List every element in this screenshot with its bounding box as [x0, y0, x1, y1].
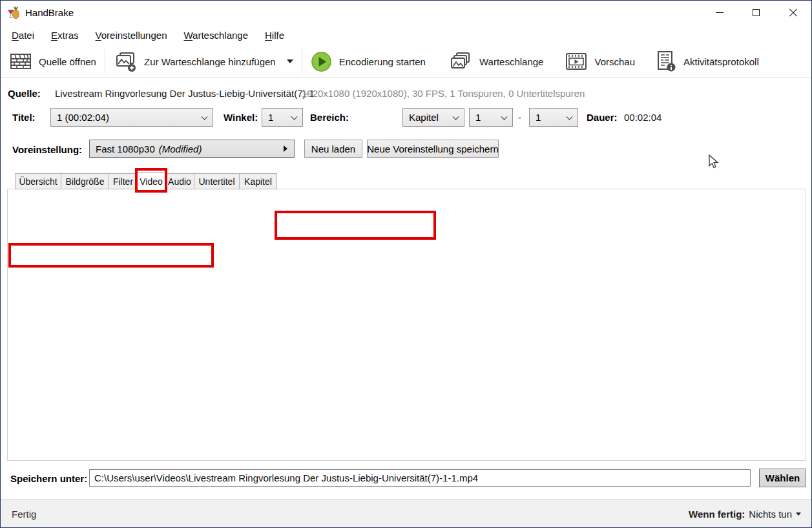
minimize-button[interactable]: [701, 1, 738, 25]
menu-warteschlange[interactable]: Warteschlange: [176, 26, 257, 44]
preset-select[interactable]: Fast 1080p30 (Modified): [89, 140, 295, 158]
chevron-down-icon[interactable]: [796, 512, 801, 516]
source-label: Quelle:: [8, 88, 41, 99]
range-end-select[interactable]: 1: [529, 108, 578, 127]
titlebar: HandBrake: [1, 1, 811, 25]
activity-log-button[interactable]: Aktivitätsprotokoll: [649, 47, 765, 76]
preset-label: Voreinstellung:: [12, 144, 82, 155]
start-encode-icon: [311, 51, 332, 72]
window-controls: [701, 1, 811, 25]
tab-untertitel[interactable]: Untertitel: [194, 173, 240, 189]
statusbar: Fertig Wenn fertig: Nichts tun: [1, 499, 811, 527]
save-as-label: Speichern unter:: [10, 473, 87, 484]
range-label: Bereich:: [310, 112, 349, 123]
close-button[interactable]: [775, 1, 811, 25]
maximize-icon: [753, 9, 760, 16]
add-to-queue-button[interactable]: Zur Warteschlange hinzufügen: [107, 47, 300, 76]
range-start-select[interactable]: 1: [469, 108, 513, 127]
angle-label: Winkel:: [224, 112, 258, 123]
range-type-select[interactable]: Kapitel: [402, 108, 464, 127]
source-value: Livestream Ringvorlesung Der Justus-Lieb…: [55, 88, 315, 99]
preset-modified-flag: (Modified): [159, 143, 202, 154]
menu-hilfe[interactable]: Hilfe: [256, 26, 293, 44]
maximize-button[interactable]: [738, 1, 775, 25]
save-preset-button[interactable]: Neue Voreinstellung speichern: [367, 140, 499, 158]
angle-select[interactable]: 1: [262, 108, 303, 127]
menu-datei[interactable]: Datei: [3, 26, 43, 44]
chevron-down-icon: [501, 113, 508, 120]
toolbar-separator: [105, 49, 105, 74]
queue-icon: [449, 51, 472, 72]
activity-log-icon: [656, 50, 676, 72]
duration-value: 00:02:04: [624, 112, 661, 123]
start-encode-button[interactable]: Encodierung starten: [304, 48, 432, 76]
chevron-down-icon: [202, 113, 208, 120]
range-separator: -: [518, 112, 521, 123]
window-title: HandBrake: [25, 7, 74, 18]
preview-icon: [565, 52, 587, 71]
toolbar-separator: [302, 49, 302, 74]
save-path-input[interactable]: [89, 469, 751, 487]
tab-video[interactable]: Video: [137, 172, 165, 190]
minimize-icon: [716, 12, 724, 13]
reload-preset-button[interactable]: Neu laden: [304, 140, 362, 158]
chevron-down-icon: [291, 113, 298, 120]
when-done-label: Wenn fertig:: [689, 509, 745, 520]
tab-filter[interactable]: Filter: [109, 173, 138, 189]
title-label: Titel:: [12, 112, 36, 123]
menu-extras[interactable]: Extras: [43, 26, 87, 44]
handbrake-window: HandBrake Datei Extras Voreinstellungen …: [0, 0, 812, 528]
mouse-cursor: [709, 154, 719, 169]
toolbar: Quelle öffnen Zur Warteschlange hinzufüg…: [1, 46, 811, 78]
tab-uebersicht[interactable]: Übersicht: [15, 173, 61, 189]
preview-button[interactable]: Vorschau: [559, 48, 641, 74]
menubar: Datei Extras Voreinstellungen Warteschla…: [1, 25, 811, 46]
menu-voreinstellungen[interactable]: Voreinstellungen: [87, 26, 176, 44]
tab-kapitel[interactable]: Kapitel: [239, 173, 277, 189]
chevron-right-icon: [284, 145, 287, 152]
video-tab-panel: [7, 189, 806, 461]
source-details: 1920x1080 (1920x1080), 30 FPS, 1 Tonspur…: [302, 88, 585, 99]
chevron-down-icon: [287, 59, 293, 63]
title-select[interactable]: 1 (00:02:04): [50, 108, 213, 127]
open-source-icon: [10, 51, 32, 72]
add-to-queue-icon: [114, 50, 137, 72]
when-done-select[interactable]: Nichts tun: [749, 509, 792, 520]
tab-bildgroesse[interactable]: Bildgröße: [61, 173, 109, 189]
handbrake-logo-icon: [7, 6, 20, 19]
chevron-down-icon: [453, 113, 459, 120]
close-icon: [789, 8, 798, 17]
queue-button[interactable]: Warteschlange: [442, 48, 550, 75]
chevron-down-icon: [567, 113, 573, 120]
open-source-button[interactable]: Quelle öffnen: [3, 48, 103, 75]
status-text: Fertig: [12, 509, 36, 520]
browse-button[interactable]: Wählen: [759, 469, 806, 487]
duration-label: Dauer:: [587, 112, 618, 123]
tab-audio[interactable]: Audio: [165, 173, 194, 189]
